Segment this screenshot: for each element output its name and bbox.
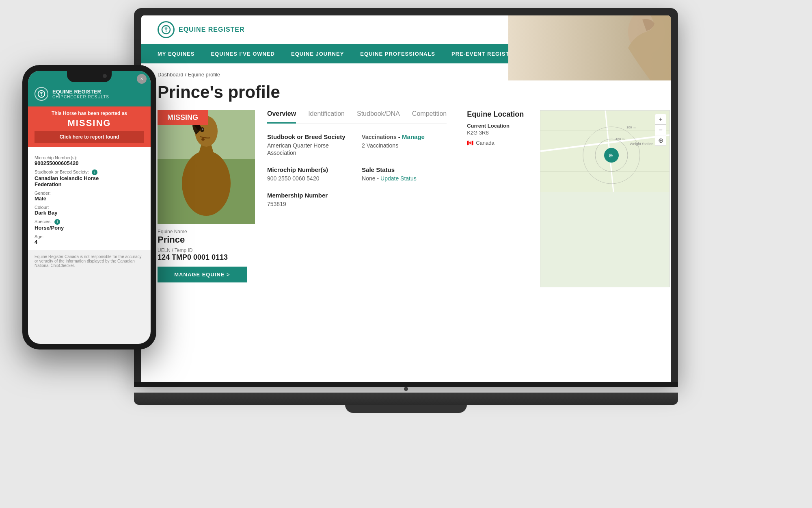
phone-screen: × EQUINE REGISTER CHIPCHECKER RESULTS: [28, 71, 151, 344]
phone-details: Microchip Number(s): 900255000605420 Stu…: [28, 147, 151, 250]
phone-microchip-label: Microchip Number(s):: [35, 155, 144, 160]
overview-grid: Studbook or Breed Society American Quart…: [267, 133, 447, 208]
svg-text:100 m: 100 m: [615, 137, 625, 141]
vaccinations-label: Vaccinations - Manage: [362, 133, 447, 140]
vaccinations-manage-link[interactable]: Manage: [402, 133, 425, 140]
close-button[interactable]: ×: [137, 74, 147, 84]
studbook-field: Studbook or Breed Society American Quart…: [267, 133, 352, 156]
phone-studbook-label: Studbook or Breed Society: i: [35, 169, 144, 175]
species-info-icon: i: [54, 219, 60, 225]
nav-equine-journey[interactable]: EQUINE JOURNEY: [291, 44, 344, 63]
breadcrumb-home[interactable]: Dashboard: [158, 72, 184, 78]
map-reset-btn[interactable]: ⊕: [655, 135, 666, 146]
laptop-body: EQUINE REGISTER ADD EQUINE > MY ACCOUNT …: [134, 8, 678, 382]
tab-studbook-dna[interactable]: Studbook/DNA: [357, 110, 400, 123]
microchip-label: Microchip Number(s): [267, 166, 352, 173]
phone-age-label: Age:: [35, 234, 144, 239]
ueln-value: 124 TMP0 0001 0113: [158, 253, 255, 262]
svg-text:⊕: ⊕: [609, 152, 613, 158]
phone-colour-value: Dark Bay: [35, 210, 144, 216]
manage-equine-button[interactable]: MANAGE EQUINE >: [158, 267, 247, 282]
membership-label: Membership Number: [267, 192, 352, 199]
phone-colour-label: Colour:: [35, 205, 144, 210]
svg-text:100 m: 100 m: [626, 126, 636, 129]
breadcrumb-current: Equine profile: [188, 72, 220, 78]
vaccinations-field: Vaccinations - Manage 2 Vaccinations: [362, 133, 447, 156]
header-background: [508, 15, 671, 80]
phone-body: × EQUINE REGISTER CHIPCHECKER RESULTS: [22, 65, 156, 350]
map-zoom-out[interactable]: −: [655, 125, 666, 135]
equine-name-value: Prince: [158, 234, 255, 245]
equine-name-label: Equine Name: [158, 229, 255, 234]
sale-status-field: Sale Status None - Update Status: [362, 166, 447, 182]
site-header: EQUINE REGISTER ADD EQUINE > MY ACCOUNT …: [141, 15, 671, 44]
phone-gender-label: Gender:: [35, 191, 144, 195]
phone-age-value: 4: [35, 239, 144, 245]
phone-studbook-value: Canadian Icelandic HorseFederation: [35, 175, 144, 187]
nav-my-equines[interactable]: MY EQUINES: [158, 44, 194, 63]
membership-value: 753819: [267, 201, 286, 207]
missing-banner: This Horse has been reported as MISSING …: [28, 106, 151, 147]
map-controls: + − ⊕: [655, 114, 666, 146]
profile-tabs: Overview Identification Studbook/DNA Com…: [267, 110, 447, 124]
location-title: Equine Location: [467, 110, 540, 119]
missing-reported-text: This Horse has been reported as: [35, 111, 144, 116]
microchip-value: 900 2550 0060 5420: [267, 175, 319, 182]
phone-microchip-value: 900255000605420: [35, 160, 144, 166]
sale-status-label: Sale Status: [362, 166, 447, 173]
logo-text: EQUINE REGISTER: [179, 26, 245, 33]
location-section: Equine Location Current Location K2G 3R8…: [459, 110, 540, 287]
country-name: Canada: [476, 140, 495, 146]
map-zoom-in[interactable]: +: [655, 114, 666, 125]
country-row: 🇨🇦 Canada: [467, 140, 540, 146]
phone-species-value: Horse/Pony: [35, 225, 144, 231]
current-location-label: Current Location: [467, 123, 540, 129]
horse-image-col: MISSING: [158, 110, 255, 287]
phone-device: × EQUINE REGISTER CHIPCHECKER RESULTS: [22, 65, 156, 350]
tab-competition[interactable]: Competition: [412, 110, 447, 123]
logo-icon: [158, 21, 175, 38]
horse-section: MISSING: [158, 110, 654, 287]
phone-app-subtitle: CHIPCHECKER RESULTS: [52, 95, 109, 99]
horse-info-bottom: Equine Name Prince UELN / Temp ID 124 TM…: [158, 224, 255, 287]
tab-overview[interactable]: Overview: [267, 110, 296, 124]
membership-field: Membership Number 753819: [267, 192, 352, 208]
studbook-info-icon: i: [92, 169, 97, 175]
laptop-camera: [404, 387, 408, 391]
phone-species-label: Species: i: [35, 219, 144, 225]
phone-logo-icon: [35, 87, 48, 101]
vaccinations-value: 2 Vaccinations: [362, 142, 398, 149]
svg-text:Weight Station: Weight Station: [630, 142, 653, 146]
missing-badge: MISSING: [158, 110, 208, 125]
sale-status-value: None - Update Status: [362, 175, 417, 182]
nav-equines-owned[interactable]: EQUINES I'VE OWNED: [211, 44, 275, 63]
phone-app-name: EQUINE REGISTER: [52, 89, 109, 95]
horse-image: [158, 110, 255, 224]
phone-gender-value: Male: [35, 195, 144, 202]
microchip-field: Microchip Number(s) 900 2550 0060 5420: [267, 166, 352, 182]
nav-equine-professionals[interactable]: EQUINE PROFESSIONALS: [360, 44, 435, 63]
ueln-label: UELN / Temp ID: [158, 247, 255, 253]
laptop-base: [134, 393, 678, 405]
horse-details-col: Overview Identification Studbook/DNA Com…: [255, 110, 459, 287]
studbook-value: American Quarter Horse Association: [267, 142, 329, 156]
studbook-label: Studbook or Breed Society: [267, 133, 352, 140]
map-col: Weight Station 100 m 100 m ⊕: [540, 110, 670, 287]
laptop-screen: EQUINE REGISTER ADD EQUINE > MY ACCOUNT …: [141, 15, 671, 382]
laptop-hinge: [134, 382, 678, 387]
svg-point-8: [202, 128, 203, 130]
missing-title: MISSING: [35, 118, 144, 128]
tab-identification[interactable]: Identification: [308, 110, 345, 123]
report-found-button[interactable]: Click here to report found: [35, 131, 144, 143]
site-content: Dashboard / Equine profile Prince's prof…: [141, 63, 671, 295]
laptop-device: EQUINE REGISTER ADD EQUINE > MY ACCOUNT …: [134, 8, 678, 415]
current-location-value: K2G 3R8: [467, 130, 540, 136]
phone-notch: [67, 71, 112, 82]
svg-point-9: [201, 138, 205, 141]
flag-icon: 🇨🇦: [467, 140, 473, 146]
sale-status-link[interactable]: Update Status: [380, 175, 417, 182]
page-title: Prince's profile: [158, 82, 654, 102]
svg-rect-10: [540, 111, 670, 192]
phone-disclaimer: Equine Register Canada is not responsibl…: [28, 250, 151, 272]
site-logo: EQUINE REGISTER: [158, 21, 245, 38]
